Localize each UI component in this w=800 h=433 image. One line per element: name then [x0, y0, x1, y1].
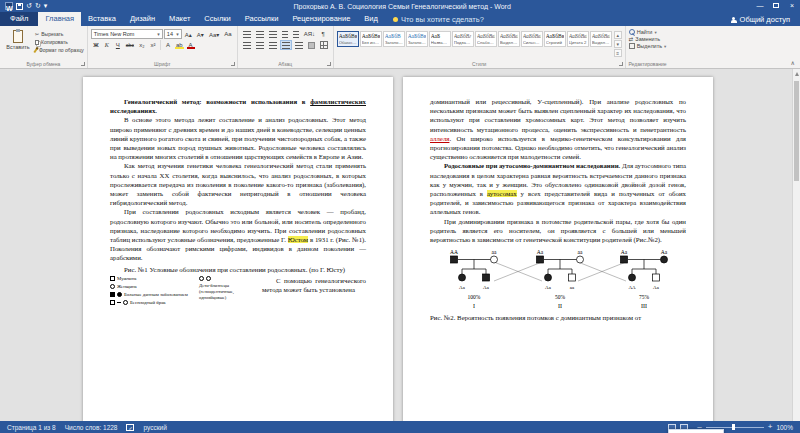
- minimize-button[interactable]: —: [752, 0, 768, 12]
- borders-button[interactable]: [318, 40, 330, 50]
- shading-button[interactable]: [306, 40, 317, 50]
- grow-font-button[interactable]: А▴: [183, 29, 194, 39]
- dialog-launcher-icon[interactable]: [231, 62, 235, 66]
- tab-view[interactable]: Вид: [357, 12, 385, 26]
- print-layout-icon[interactable]: [668, 429, 724, 433]
- style-card-heading2[interactable]: АаБбВв Заголовок 2: [406, 31, 428, 47]
- style-preview: АаБбВвГг: [569, 33, 587, 40]
- style-card-title[interactable]: АаБ Название: [429, 31, 451, 47]
- shrink-font-button[interactable]: А▾: [195, 29, 206, 39]
- style-card-subtle-emphasis[interactable]: АаБбВвГг Слабое выделение: [475, 31, 497, 47]
- highlight-color-button[interactable]: ab: [174, 40, 185, 50]
- dialog-launcher-icon[interactable]: [619, 62, 623, 66]
- undo-icon[interactable]: ↺: [26, 0, 32, 12]
- tab-insert[interactable]: Вставка: [81, 12, 123, 26]
- superscript-button[interactable]: x²: [148, 40, 158, 50]
- justify-button[interactable]: [280, 40, 292, 50]
- sort-button[interactable]: АЯ↓: [302, 29, 317, 39]
- zoom-slider-thumb[interactable]: [732, 424, 735, 430]
- numbering-button[interactable]: [254, 29, 266, 39]
- genotype-label: Аа: [537, 249, 544, 255]
- increase-indent-button[interactable]: [291, 29, 301, 39]
- style-card-intense-emphasis[interactable]: АаБбВвГг Сильное выделение: [521, 31, 543, 47]
- select-button[interactable]: Выделить ▾: [629, 43, 667, 49]
- page-1[interactable]: Генеалогический метод: возможности испол…: [83, 77, 393, 421]
- zoom-slider[interactable]: [706, 427, 764, 428]
- tab-mailings[interactable]: Рассылки: [238, 12, 286, 26]
- style-preview: АаБбВвГг: [339, 33, 357, 40]
- gallery-more-icon[interactable]: ≡: [614, 49, 622, 57]
- tab-design[interactable]: Дизайн: [123, 12, 162, 26]
- align-center-button[interactable]: [254, 40, 266, 50]
- highlighted-word: Юстом: [288, 236, 308, 243]
- share-button[interactable]: Общий доступ: [721, 13, 800, 26]
- font-color-button[interactable]: А: [186, 40, 196, 50]
- style-preview: АаБ: [431, 33, 449, 40]
- tab-home[interactable]: Главная: [38, 12, 81, 26]
- maximize-button[interactable]: [768, 0, 784, 12]
- cut-button[interactable]: ✂ Вырезать: [35, 31, 84, 37]
- style-card-quote2[interactable]: АаБбВвГг Цитата 2: [567, 31, 589, 47]
- clear-formatting-button[interactable]: Аа: [222, 29, 233, 39]
- change-case-button[interactable]: Аа▾: [207, 29, 221, 39]
- tab-layout[interactable]: Макет: [162, 12, 197, 26]
- style-card-emphasis[interactable]: АаБбВвГг Выделение: [498, 31, 520, 47]
- dialog-launcher-icon[interactable]: [81, 62, 85, 66]
- zoom-percentage[interactable]: 100%: [776, 424, 793, 431]
- qat-customize-icon[interactable]: ▾: [44, 0, 48, 12]
- replace-icon: ⇄: [629, 36, 634, 42]
- tell-me-box[interactable]: Что вы хотите сделать?: [385, 13, 492, 26]
- dialog-launcher-icon[interactable]: [327, 62, 331, 66]
- vertical-scrollbar[interactable]: [792, 69, 800, 421]
- italic-button[interactable]: К: [102, 40, 112, 50]
- redo-icon[interactable]: ↻: [35, 0, 41, 12]
- subscript-button[interactable]: x₂: [137, 40, 147, 50]
- close-button[interactable]: ×: [784, 0, 800, 12]
- genotype-label: АА: [450, 249, 458, 255]
- page-2[interactable]: доминантный или рецессивный, У-сцепленны…: [403, 77, 713, 421]
- style-card-strong[interactable]: АаБбВвГг Строгий: [544, 31, 566, 47]
- bullets-button[interactable]: [241, 29, 253, 39]
- style-card-intense-quote[interactable]: АаБбВвГг Выделенная цитата: [590, 31, 612, 47]
- tab-references[interactable]: Ссылки: [197, 12, 237, 26]
- find-button[interactable]: Найти ▾: [629, 29, 667, 35]
- document-canvas[interactable]: Генеалогический метод: возможности испол…: [0, 69, 800, 421]
- replace-button[interactable]: ⇄ Заменить: [629, 36, 667, 42]
- copy-button[interactable]: Копировать: [35, 39, 84, 45]
- word-count[interactable]: Число слов: 1228: [65, 424, 118, 431]
- style-card-normal[interactable]: АаБбВвГг Обычный: [337, 31, 359, 47]
- scrollbar-thumb[interactable]: [794, 81, 799, 181]
- scroll-up-icon[interactable]: [795, 72, 799, 76]
- style-name: Подзаголовок: [454, 40, 472, 45]
- align-left-button[interactable]: [241, 40, 253, 50]
- gallery-up-icon[interactable]: ▴: [614, 31, 622, 39]
- borders-icon: [320, 41, 328, 49]
- page-indicator[interactable]: Страница 1 из 8: [7, 424, 56, 431]
- paragraph: Родословные при аутосомно-доминантном на…: [430, 161, 686, 216]
- font-size-select[interactable]: 14▾: [164, 29, 182, 39]
- tab-review[interactable]: Рецензирование: [285, 12, 357, 26]
- bold-button[interactable]: Ж: [91, 40, 101, 50]
- underline-button[interactable]: Ч: [113, 40, 123, 50]
- font-family-select[interactable]: Times New Rom▾: [91, 29, 163, 39]
- paste-button[interactable]: Вставить: [3, 28, 33, 59]
- line-spacing-button[interactable]: [293, 40, 305, 50]
- style-card-heading1[interactable]: АаБбВ Заголовок 1: [383, 31, 405, 47]
- gallery-down-icon[interactable]: ▾: [614, 40, 622, 48]
- align-right-button[interactable]: [267, 40, 279, 50]
- text-effects-button[interactable]: А: [163, 40, 173, 50]
- style-card-no-spacing[interactable]: АаБбВвГг Без интервала: [360, 31, 382, 47]
- spellcheck-icon[interactable]: ✓: [126, 424, 134, 431]
- style-card-subtitle[interactable]: АаБбВг Подзаголовок: [452, 31, 474, 47]
- language-indicator[interactable]: русский: [143, 424, 166, 431]
- multilevel-list-button[interactable]: [267, 29, 279, 39]
- format-painter-button[interactable]: Формат по образцу: [35, 47, 84, 53]
- decrease-indent-button[interactable]: [280, 29, 290, 39]
- show-marks-button[interactable]: ¶: [318, 29, 328, 39]
- collapse-ribbon-icon[interactable]: ∧: [786, 59, 800, 68]
- save-icon[interactable]: [16, 3, 23, 10]
- strikethrough-button[interactable]: abc: [124, 40, 136, 50]
- zoom-in-icon[interactable]: +: [768, 422, 773, 432]
- figure-2-caption: Рис. №2. Вероятность появления потомков …: [430, 313, 686, 322]
- tab-file[interactable]: Файл: [0, 12, 38, 26]
